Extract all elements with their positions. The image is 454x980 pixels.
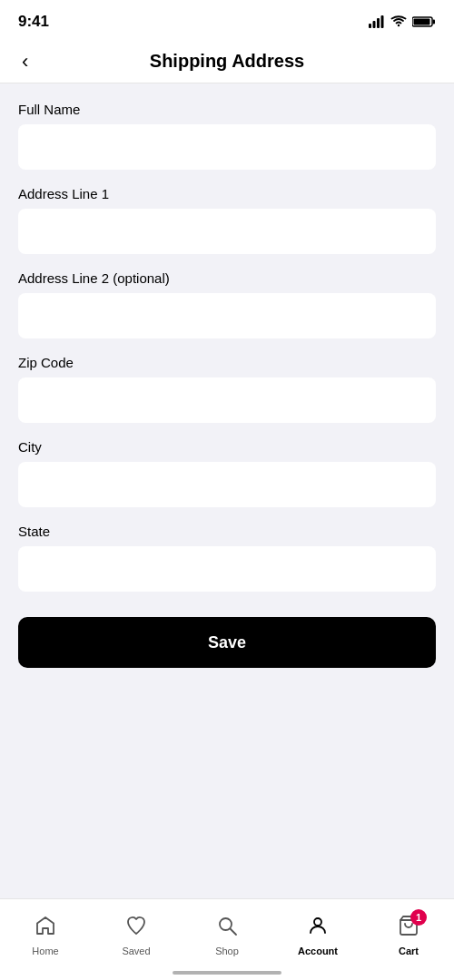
back-button[interactable]: ‹	[15, 46, 35, 77]
address-line1-label: Address Line 1	[18, 186, 436, 201]
address-line2-label: Address Line 2 (optional)	[18, 270, 436, 286]
home-label: Home	[32, 946, 58, 956]
svg-rect-1	[373, 21, 376, 28]
state-label: State	[18, 524, 436, 539]
svg-rect-6	[414, 19, 430, 25]
svg-rect-5	[433, 20, 436, 24]
cart-label: Cart	[399, 946, 419, 956]
cart-icon: 1	[398, 915, 419, 942]
zip-code-group: Zip Code	[18, 355, 436, 423]
status-bar: 9:41	[0, 0, 454, 40]
page-title: Shipping Address	[150, 51, 304, 72]
full-name-label: Full Name	[18, 102, 436, 117]
home-icon	[35, 915, 56, 942]
city-group: City	[18, 439, 436, 507]
saved-icon	[125, 915, 147, 942]
address-line1-group: Address Line 1	[18, 186, 436, 254]
city-input[interactable]	[18, 462, 436, 507]
save-button[interactable]: Save	[18, 617, 436, 668]
shop-label: Shop	[215, 946, 239, 956]
form-container: Full Name Address Line 1 Address Line 2 …	[0, 83, 454, 686]
nav-item-shop[interactable]: Shop	[200, 915, 254, 956]
page-content: Full Name Address Line 1 Address Line 2 …	[0, 83, 454, 777]
home-indicator	[173, 971, 281, 975]
full-name-group: Full Name	[18, 102, 436, 170]
battery-icon	[412, 15, 436, 28]
city-label: City	[18, 439, 436, 455]
address-line2-input[interactable]	[18, 293, 436, 338]
status-time: 9:41	[18, 13, 49, 31]
nav-item-saved[interactable]: Saved	[109, 915, 163, 956]
shop-icon	[216, 915, 238, 942]
state-input[interactable]	[18, 546, 436, 592]
signal-icon	[369, 15, 385, 28]
svg-rect-3	[381, 15, 384, 28]
zip-code-label: Zip Code	[18, 355, 436, 370]
bottom-nav: Home Saved Shop Account	[0, 898, 454, 980]
full-name-input[interactable]	[18, 124, 436, 170]
svg-point-9	[314, 918, 321, 926]
state-group: State	[18, 524, 436, 592]
address-line1-input[interactable]	[18, 209, 436, 254]
address-line2-group: Address Line 2 (optional)	[18, 270, 436, 338]
saved-label: Saved	[122, 946, 150, 956]
nav-item-cart[interactable]: 1 Cart	[381, 915, 436, 956]
svg-rect-0	[369, 24, 371, 28]
nav-item-account[interactable]: Account	[291, 915, 345, 956]
account-icon	[307, 915, 329, 942]
wifi-icon	[390, 15, 407, 28]
header: ‹ Shipping Address	[0, 40, 454, 83]
account-label: Account	[298, 946, 338, 956]
zip-code-input[interactable]	[18, 377, 436, 423]
cart-badge: 1	[410, 909, 427, 926]
nav-item-home[interactable]: Home	[18, 915, 73, 956]
svg-line-8	[231, 928, 237, 935]
status-icons	[369, 15, 436, 28]
svg-rect-2	[377, 18, 380, 28]
